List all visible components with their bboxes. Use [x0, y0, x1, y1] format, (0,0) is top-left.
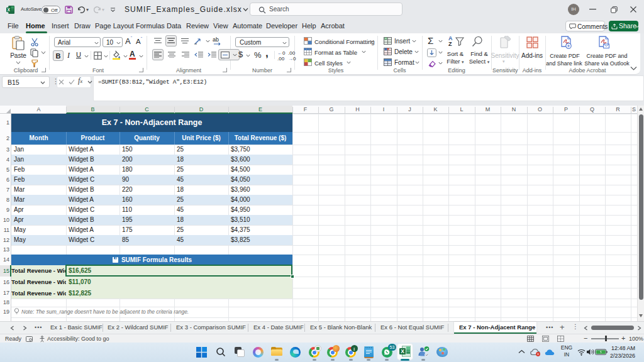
svg-text:X: X: [7, 8, 10, 12]
svg-text:X: X: [401, 348, 404, 354]
svg-text:ab: ab: [213, 36, 219, 43]
